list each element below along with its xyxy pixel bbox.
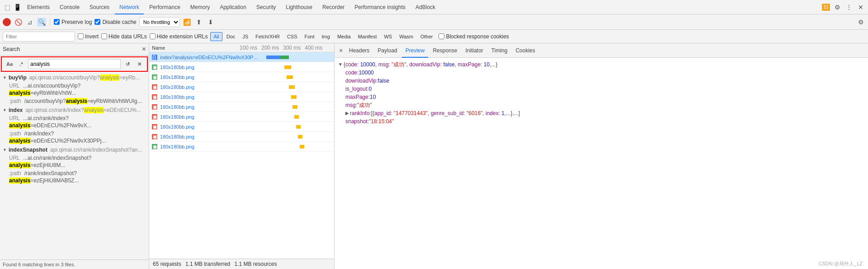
tab-lighthouse[interactable]: Lighthouse — [281, 0, 317, 14]
search-refresh-button[interactable]: ↺ — [123, 59, 132, 69]
filter-type-media[interactable]: Media — [334, 32, 354, 41]
search-item-index-url[interactable]: URL ...ai.cn/rank/index?analysis=eDEnECU… — [0, 114, 149, 130]
tab-headers[interactable]: Headers — [345, 43, 373, 58]
search-item-indexsnapshot-path[interactable]: :path /rank/indexSnapshot?analysis=ezEjH… — [0, 169, 149, 185]
search-group-indexsnapshot-header[interactable]: ▼ indexSnapshot api.qimai.cn/rank/indexS… — [0, 146, 149, 154]
network-rows-list: {} index?analysis=eDEnECU%2FNw9vX30PPjZV… — [149, 52, 334, 259]
json-code-line: code : 10000 — [338, 69, 864, 77]
hide-data-urls-label[interactable]: Hide data URLs — [101, 33, 147, 40]
search-item-buyvip-url[interactable]: URL ...ai.cn/account/buyVip?analysis=eyR… — [0, 82, 149, 97]
tab-network[interactable]: Network — [115, 0, 144, 14]
device-icon[interactable]: 📱 — [13, 3, 22, 12]
tab-elements[interactable]: Elements — [23, 0, 54, 14]
filter-type-img[interactable]: Img — [319, 32, 333, 41]
tick-400ms: 400 ms — [305, 45, 322, 51]
search-clear-button[interactable]: ✕ — [134, 59, 144, 69]
table-row[interactable]: ▣ 180x180bb.png — [149, 122, 334, 132]
svg-text:▣: ▣ — [152, 124, 157, 130]
filter-type-js[interactable]: JS — [239, 32, 251, 41]
row-name: 180x180bb.png — [158, 134, 262, 139]
tab-timing[interactable]: Timing — [488, 43, 511, 58]
filter-type-css[interactable]: CSS — [284, 32, 301, 41]
search-group-buyvip-header[interactable]: ▼ buyVip api.qimai.cn/account/buyVip?ana… — [0, 74, 149, 82]
search-item-buyvip-path[interactable]: :path /account/buyVip?analysis=eyRbWihbV… — [0, 97, 149, 105]
tab-payload[interactable]: Payload — [374, 43, 401, 58]
json-collapse-arrow[interactable]: ▼ — [338, 60, 343, 69]
filter-type-fetch-xhr[interactable]: Fetch/XHR — [252, 32, 283, 41]
search-item-type-label: URL — [9, 115, 20, 121]
table-row[interactable]: ▣ 180x180bb.png — [149, 92, 334, 102]
json-rankinfo-key: rankInfo — [350, 109, 369, 117]
more-dots-icon[interactable]: ⋮ — [844, 3, 854, 12]
invert-checkbox[interactable] — [78, 33, 84, 39]
filter-type-wasm[interactable]: Wasm — [396, 32, 416, 41]
search-case-sensitive-button[interactable]: Aa — [5, 59, 14, 69]
json-rankinfo-arrow[interactable]: ▶ — [345, 109, 349, 117]
table-row[interactable]: {} index?analysis=eDEnECU%2FNw9vX30PPjZV… — [149, 52, 334, 62]
download-icon[interactable]: ⬇ — [206, 18, 215, 27]
triangle-icon: ▼ — [3, 108, 7, 112]
record-button[interactable] — [3, 18, 11, 26]
tab-perf-insights[interactable]: Performance insights — [350, 0, 410, 14]
hide-data-urls-checkbox[interactable] — [101, 33, 107, 39]
table-row[interactable]: ▣ 180x180bb.png — [149, 112, 334, 122]
table-row[interactable]: ▣ 180x180bb.png — [149, 132, 334, 142]
disable-cache-label[interactable]: Disable cache — [94, 19, 136, 25]
throttle-select[interactable]: No throttling Fast 3G Slow 3G Offline — [139, 17, 180, 27]
hide-extension-urls-label[interactable]: Hide extension URLs — [150, 33, 208, 40]
search-item-index-path[interactable]: :path /rank/index?analysis=eDEnECU%2FNw9… — [0, 130, 149, 145]
table-row[interactable]: ▣ 180x180bb.png — [149, 82, 334, 92]
search-close-button[interactable]: × — [142, 45, 146, 53]
filter-type-ws[interactable]: WS — [381, 32, 395, 41]
svg-text:▣: ▣ — [152, 104, 157, 110]
table-row[interactable]: ▣ 180x180bb.png — [149, 142, 334, 152]
preserve-log-checkbox[interactable] — [54, 19, 60, 25]
filter-type-doc[interactable]: Doc — [223, 32, 239, 41]
json-root-content: {code: 10000, msg: "成功", downloadVip: fa… — [344, 60, 498, 69]
tab-security[interactable]: Security — [252, 0, 280, 14]
clear-button[interactable]: 🚫 — [14, 18, 23, 27]
tab-response[interactable]: Response — [429, 43, 461, 58]
tab-cookies[interactable]: Cookies — [512, 43, 538, 58]
tab-sources[interactable]: Sources — [85, 0, 114, 14]
settings-icon[interactable]: ⚙ — [833, 3, 842, 12]
tab-initiator[interactable]: Initiator — [462, 43, 486, 58]
table-row[interactable]: ▣ 180x180bb.png — [149, 102, 334, 112]
table-row[interactable]: ▣ 180x180bb.png — [149, 62, 334, 72]
invert-label[interactable]: Invert — [78, 33, 99, 40]
main-layout: Search × Aa .* ↺ ✕ ▼ buyVip api.qimai.cn… — [0, 43, 868, 269]
filter-type-other[interactable]: Other — [417, 32, 436, 41]
tab-preview[interactable]: Preview — [402, 43, 429, 58]
tab-application[interactable]: Application — [215, 0, 251, 14]
preserve-log-label[interactable]: Preserve log — [54, 19, 92, 25]
tab-console[interactable]: Console — [55, 0, 84, 14]
blocked-response-cookies-checkbox[interactable] — [439, 33, 444, 39]
blocked-response-cookies-label[interactable]: Blocked response cookies — [439, 33, 509, 40]
json-root-line: ▼ {code: 10000, msg: "成功", downloadVip: … — [338, 60, 864, 69]
filter-input[interactable] — [3, 32, 75, 42]
inspect-icon[interactable]: ⬚ — [3, 3, 12, 12]
tab-recorder[interactable]: Recorder — [318, 0, 349, 14]
search-group-index-header[interactable]: ▼ index api.qimai.cn/rank/index?analysis… — [0, 106, 149, 114]
filter-type-all[interactable]: All — [210, 32, 222, 41]
filter-type-font[interactable]: Font — [302, 32, 318, 41]
network-settings-icon[interactable]: ⚙ — [856, 18, 865, 27]
table-row[interactable]: ▣ 180x180bb.png — [149, 72, 334, 82]
disable-cache-checkbox[interactable] — [94, 19, 100, 25]
close-icon[interactable]: ✕ — [856, 3, 865, 12]
search-button[interactable]: 🔍 — [37, 18, 46, 27]
badge-icon: 11 — [822, 4, 830, 11]
search-panel-header: Search × — [0, 43, 149, 56]
tab-performance[interactable]: Performance — [145, 0, 185, 14]
hide-extension-urls-checkbox[interactable] — [150, 33, 156, 39]
row-icon-img: ▣ — [151, 123, 158, 130]
upload-icon[interactable]: ⬆ — [194, 18, 203, 27]
tab-memory[interactable]: Memory — [186, 0, 214, 14]
search-item-indexsnapshot-url[interactable]: URL ...ai.cn/rank/indexSnapshot?analysis… — [0, 154, 149, 169]
details-close-button[interactable]: × — [337, 47, 344, 54]
tab-adblock[interactable]: AdBlock — [411, 0, 440, 14]
filter-type-manifest[interactable]: Manifest — [355, 32, 380, 41]
filter-button[interactable]: ⊿ — [25, 18, 34, 27]
search-regex-button[interactable]: .* — [16, 59, 26, 69]
search-input[interactable] — [28, 59, 121, 69]
